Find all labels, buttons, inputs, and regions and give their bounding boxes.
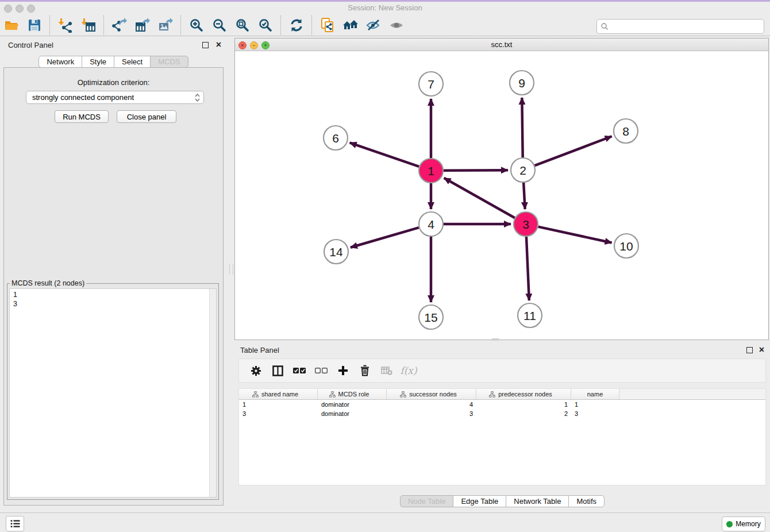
toolbar-separator	[311, 16, 313, 35]
import-table-icon[interactable]	[77, 16, 100, 35]
cell-successor-nodes: 4	[387, 400, 476, 409]
column-header-name[interactable]: name	[571, 389, 619, 400]
function-builder-icon[interactable]: f(x)	[398, 361, 419, 380]
tab-network-table[interactable]: Network Table	[506, 495, 569, 507]
titlebar: Session: New Session	[0, 2, 770, 14]
table-panel-title: Table Panel	[240, 346, 279, 354]
search-input[interactable]	[611, 20, 764, 33]
zoom-window-icon[interactable]	[27, 5, 35, 13]
table-header-filler	[619, 389, 765, 400]
search-icon	[600, 22, 609, 30]
delete-row-icon[interactable]	[354, 361, 376, 380]
criterion-value: strongly connected component	[26, 93, 195, 102]
close-window-icon[interactable]	[4, 5, 12, 13]
close-panel-icon[interactable]: ×	[216, 42, 221, 48]
graph-edge-2-8[interactable]	[535, 136, 612, 165]
select-stepper-icon	[195, 94, 200, 102]
network-graph[interactable]: 7968124314101511	[235, 51, 768, 340]
float-panel-icon[interactable]	[746, 347, 753, 353]
main-toolbar	[0, 14, 770, 36]
zoom-out-icon[interactable]	[208, 16, 231, 35]
tab-style[interactable]: Style	[82, 56, 114, 68]
float-panel-icon[interactable]	[202, 42, 209, 48]
graph-edge-3-11[interactable]	[526, 237, 529, 300]
select-all-icon[interactable]	[288, 361, 310, 380]
column-label: predecessor nodes	[498, 391, 552, 398]
first-neighbors-icon[interactable]	[339, 16, 362, 35]
toggle-columns-icon[interactable]	[267, 361, 288, 380]
minimize-window-icon[interactable]	[16, 5, 24, 13]
delete-table-icon[interactable]	[376, 361, 398, 380]
vertical-splitter[interactable]	[229, 264, 233, 275]
minimize-view-icon[interactable]: −	[250, 41, 258, 49]
criterion-select[interactable]: strongly connected component	[26, 91, 204, 104]
close-panel-button[interactable]: Close panel	[117, 110, 176, 123]
list-menu-icon	[10, 519, 20, 528]
refresh-view-icon[interactable]	[285, 16, 308, 35]
node-table[interactable]: shared nameMCDS rolesuccessor nodesprede…	[238, 388, 766, 485]
graph-node-label-11: 11	[523, 309, 536, 322]
graph-edge-2-9[interactable]	[522, 98, 522, 157]
save-session-icon[interactable]	[23, 16, 46, 35]
graph-edge-3-10[interactable]	[538, 227, 611, 243]
graph-edge-4-14[interactable]	[351, 228, 419, 248]
column-header-shared-name[interactable]: shared name	[239, 389, 318, 400]
memory-button[interactable]: Memory	[722, 516, 765, 531]
toolbar-separator	[180, 16, 182, 35]
result-scrollbar[interactable]	[209, 289, 216, 497]
tab-node-table[interactable]: Node Table	[400, 495, 454, 507]
zoom-fit-icon[interactable]	[231, 16, 254, 35]
clear-selection-icon[interactable]	[310, 361, 332, 380]
table-body: 1dominator4113dominator323	[239, 400, 765, 418]
show-all-icon[interactable]	[385, 16, 408, 35]
column-header-successor-nodes[interactable]: successor nodes	[387, 389, 476, 400]
network-canvas[interactable]: 7968124314101511	[235, 51, 768, 340]
horizontal-splitter[interactable]	[491, 338, 499, 341]
column-header-predecessor-nodes[interactable]: predecessor nodes	[476, 389, 571, 400]
column-sort-icon	[252, 391, 259, 398]
cell-name: 1	[571, 400, 619, 409]
import-network-icon[interactable]	[54, 16, 77, 35]
toolbar-separator	[49, 16, 51, 35]
tab-motifs[interactable]: Motifs	[568, 495, 605, 507]
clone-network-icon[interactable]	[316, 16, 339, 35]
fx-label: f(x)	[400, 365, 417, 376]
maximize-view-icon[interactable]: +	[261, 41, 270, 49]
add-row-icon[interactable]	[332, 361, 354, 380]
application-window: Session: New Session	[0, 0, 770, 532]
table-row[interactable]: 3dominator323	[239, 409, 765, 418]
table-row[interactable]: 1dominator411	[239, 400, 765, 409]
memory-label: Memory	[736, 520, 760, 528]
table-settings-icon[interactable]	[245, 361, 267, 380]
tab-select[interactable]: Select	[114, 56, 151, 68]
close-view-icon[interactable]: ×	[238, 41, 247, 49]
mcds-result-box[interactable]: 13	[9, 288, 217, 498]
export-image-icon[interactable]	[154, 16, 177, 35]
open-session-icon[interactable]	[0, 16, 23, 35]
zoom-selected-icon[interactable]	[254, 16, 277, 35]
network-title: scc.txt	[235, 38, 768, 51]
graph-edge-3-1[interactable]	[444, 178, 515, 218]
result-line: 3	[13, 299, 213, 309]
control-panel: Control Panel × NetworkStyleSelectMCDS O…	[0, 38, 227, 506]
tab-mcds[interactable]: MCDS	[150, 56, 188, 68]
column-label: name	[587, 391, 603, 398]
hide-selected-icon[interactable]	[362, 16, 385, 35]
search-box[interactable]	[596, 19, 764, 34]
toolbar-separator	[103, 16, 105, 35]
graph-edge-1-6[interactable]	[350, 142, 419, 166]
column-header-mcds-role[interactable]: MCDS role	[318, 389, 387, 400]
export-network-icon[interactable]	[108, 16, 131, 35]
graph-edge-1-2[interactable]	[444, 170, 508, 171]
network-window-titlebar[interactable]: × − + scc.txt	[235, 38, 768, 51]
tab-network[interactable]: Network	[38, 56, 82, 68]
optimization-criterion-label: Optimization criterion:	[4, 78, 223, 87]
tab-edge-table[interactable]: Edge Table	[453, 495, 506, 507]
run-mcds-button[interactable]: Run MCDS	[55, 110, 109, 123]
close-panel-icon[interactable]: ×	[759, 347, 764, 353]
zoom-in-icon[interactable]	[185, 16, 208, 35]
list-menu-button[interactable]	[6, 516, 24, 531]
column-sort-icon	[489, 391, 495, 398]
export-table-icon[interactable]	[131, 16, 154, 35]
graph-edge-2-3[interactable]	[523, 183, 525, 209]
